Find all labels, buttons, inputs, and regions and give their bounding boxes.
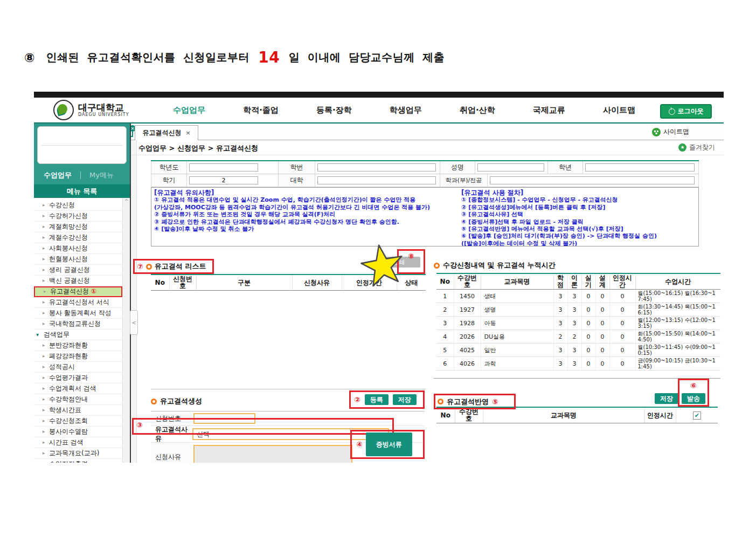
sidebar-item-23[interactable]: ▸교과목개요(교과) <box>34 448 122 459</box>
sidebar-item-24[interactable]: ▸수업전자출결 <box>34 459 122 463</box>
sidebar-tab-mymenu[interactable]: My메뉴 <box>89 170 114 180</box>
name-label: 성명 <box>440 161 475 174</box>
sidebar-item-20[interactable]: ▸수강신청조회 <box>34 416 122 427</box>
nav-item-6[interactable]: 사이트맵 <box>603 105 635 115</box>
sidebar-item-9[interactable]: ▸유고결석신청서 서식 <box>34 297 122 308</box>
enroll-col-8: 수업시간 <box>635 273 720 290</box>
cell: 3 <box>567 357 581 371</box>
cell: 0 <box>609 344 635 357</box>
nav-item-5[interactable]: 국제교류 <box>533 105 565 115</box>
apply-section-title: 유고결석반영 <box>447 397 489 407</box>
cell: 1 <box>436 290 454 303</box>
sidebar-item-21[interactable]: ▸봉사이수열람 <box>34 427 122 437</box>
college-input[interactable] <box>317 176 436 184</box>
sidebar-item-5[interactable]: ▸헌혈봉사신청 <box>34 254 122 265</box>
semester-input[interactable] <box>189 176 258 184</box>
table-row[interactable]: 21927생명33000화(13:30~14:45) 목(15:00~16:15… <box>436 303 720 317</box>
arrow-icon: ▸ <box>43 232 45 243</box>
save-button-create[interactable]: 저장 <box>393 394 417 405</box>
notice-box: [유고결석 유의사항]① 유고결석 적용은 대면수업 및 실시간 Zoom 수업… <box>151 187 699 246</box>
sidebar-item-22[interactable]: ▸시간표 검색 <box>34 437 122 448</box>
sidebar-item-10[interactable]: ▸봉사 활동계획서 작성 <box>34 308 122 319</box>
sidebar-item-12[interactable]: ▾검색업무 <box>34 330 122 340</box>
tab-absence-request[interactable]: 유고결석신청 × <box>135 125 198 140</box>
tab-close-icon[interactable]: × <box>185 129 190 136</box>
cell: 0 <box>595 330 609 344</box>
annotation-box-list: ⑦ 유고결석 리스트 <box>133 259 214 274</box>
sidebar-item-0[interactable]: ▸수강신청 <box>34 200 122 211</box>
sidebar-item-17[interactable]: ▸수업계획서 검색 <box>34 383 122 394</box>
sidebar-item-15[interactable]: ▸성적공시 <box>34 362 122 373</box>
year-input[interactable] <box>189 163 258 172</box>
sidebar-item-4[interactable]: ▸사회봉사신청 <box>34 243 122 254</box>
enroll-col-1: 수강번호 <box>454 273 481 290</box>
reason-textarea[interactable] <box>193 445 352 463</box>
cell: 과학 <box>481 357 553 371</box>
sidebar-item-13[interactable]: ▸분반강좌현황 <box>34 340 122 351</box>
nav-item-0[interactable]: 수업업무 <box>173 105 205 115</box>
arrow-icon: ▸ <box>43 243 45 253</box>
attach-docs-button[interactable]: 증빙서류 <box>366 433 412 456</box>
nav-item-1[interactable]: 학적·졸업 <box>243 105 279 115</box>
table-row[interactable]: 11450생태33000월(15:00~16:15) 월(16:30~17:45… <box>436 290 720 303</box>
sidebar-item-3[interactable]: ▸계절수강신청 <box>34 232 122 243</box>
col-recognized: 인정시간 <box>644 407 676 423</box>
cell: 6 <box>436 357 454 371</box>
cell: 0 <box>609 290 635 303</box>
sidebar-item-14[interactable]: ▸폐강강좌현황 <box>34 351 122 362</box>
cell: 3 <box>553 357 567 371</box>
table-row[interactable]: 42026DU실용22000화(15:00~15:50) 목(14:00~14:… <box>436 330 720 344</box>
sidebar-item-6[interactable]: ▸생리 공결신청 <box>34 265 122 276</box>
table-row[interactable]: 54025일반33000월(10:30~11:45) 수(09:00~10:15… <box>436 344 720 357</box>
sidebar-tab-divider <box>80 172 81 179</box>
arrow-icon: ▸ <box>43 254 45 264</box>
register-button[interactable]: 등록 <box>365 394 389 405</box>
sidebar-item-11[interactable]: ▸국내학점교류신청 <box>34 319 122 330</box>
annotation-4: ④ <box>356 440 363 449</box>
sidebar-item-2[interactable]: ▸계절희망신청 <box>34 222 122 232</box>
select-all-checkbox[interactable]: ✔ <box>693 411 701 420</box>
menu-list-wrap: ▸수강신청▸수강허가신청▸계절희망신청▸계절수강신청▸사회봉사신청▸헌혈봉사신청… <box>34 198 130 463</box>
sidebar-item-1[interactable]: ▸수강허가신청 <box>34 211 122 222</box>
cell: 1928 <box>454 317 481 330</box>
sidebar-item-18[interactable]: ▸수강학점안내 <box>34 394 122 405</box>
sitemap-shortcut[interactable]: 사이트맵 <box>652 127 689 136</box>
nav-item-3[interactable]: 학생업무 <box>390 105 422 115</box>
sidebar-item-16[interactable]: ▸수업평가결과 <box>34 373 122 383</box>
semester-label: 학기 <box>151 174 187 187</box>
sidebar-collapse-handle[interactable]: < <box>130 310 138 335</box>
cell: 0 <box>609 330 635 344</box>
sidebar-item-8[interactable]: ▸유고결석신청① <box>34 286 122 297</box>
sidebar-item-7[interactable]: ▸백신 공결신청 <box>34 276 122 286</box>
nav-item-4[interactable]: 취업·산학 <box>460 105 495 115</box>
cell: 생명 <box>481 303 553 317</box>
cell: 3 <box>567 303 581 317</box>
logo-subtitle: DAEGU UNIVERSITY <box>78 112 129 117</box>
dept-input[interactable] <box>490 176 695 184</box>
cell: 3 <box>567 344 581 357</box>
enroll-col-0: No <box>436 273 454 290</box>
arrow-icon: ▸ <box>43 351 45 361</box>
top-nav: 수업업무학적·졸업등록·장학학생업무취업·산학국제교류사이트맵 <box>173 98 635 122</box>
table-row[interactable]: 64026과학33000금(09:00~10:15) 금(10:30~11:45… <box>436 357 720 371</box>
logout-button[interactable]: 로그아웃 <box>660 104 712 119</box>
annotation-box-6: ⑥ <box>678 379 709 407</box>
sidebar-tab-lesson[interactable]: 수업업무 <box>44 170 72 180</box>
arrow-icon: ▸ <box>43 340 45 351</box>
cell: 5 <box>436 344 454 357</box>
sidebar-item-label: 봉사이수열람 <box>49 428 88 435</box>
table-row[interactable]: 31928아동33000월(12:00~13:15) 수(12:00~13:15… <box>436 317 720 330</box>
college-label: 대학 <box>279 174 315 187</box>
favorite-button[interactable]: ★ 즐겨찾기 <box>678 143 715 152</box>
nav-item-2[interactable]: 등록·장학 <box>316 105 352 115</box>
close-all-tabs-icon[interactable] <box>131 128 133 137</box>
student-id-input[interactable] <box>317 163 436 172</box>
grade-input[interactable] <box>585 163 695 172</box>
step-instruction: ⑧ 인쇄된 유고결석확인서를 신청일로부터 14 일 이내에 담당교수님께 제출 <box>24 49 445 66</box>
scroll-up-icon[interactable]: ^ <box>124 198 129 204</box>
student-info-form: 학년도 학번 성명 학년 학기 대학 학과(부)/전공 <box>151 160 699 187</box>
save-button-apply[interactable]: 저장 <box>655 393 678 404</box>
name-input[interactable] <box>477 163 544 172</box>
sidebar-item-19[interactable]: ▸학생시간표 <box>34 405 122 416</box>
menu-scrollbar[interactable]: ^ <box>122 198 130 463</box>
